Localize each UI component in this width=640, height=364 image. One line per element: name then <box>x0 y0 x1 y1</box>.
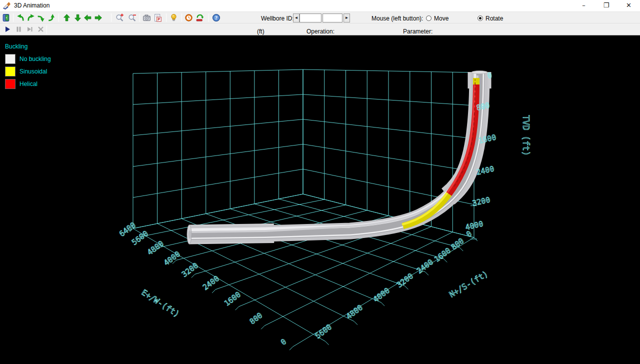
pan-up-icon[interactable] <box>62 14 71 22</box>
trajectory-3d-scene[interactable]: 0800160024003200400008001600240032004000… <box>0 36 640 364</box>
ns-tick-label: 4000 <box>372 286 392 304</box>
legend-label: Sinusoidal <box>20 68 47 75</box>
separator <box>166 14 166 22</box>
rotate-left-icon[interactable] <box>16 14 25 22</box>
legend-label: Helical <box>20 80 38 88</box>
ns-axis-title: N+/S-(ft) <box>448 269 490 300</box>
camera-snapshot-icon[interactable] <box>142 14 151 22</box>
wellhead-rim <box>472 71 488 74</box>
rotate-right-icon[interactable] <box>26 14 35 22</box>
radio-rotate-label[interactable]: Rotate <box>486 15 503 22</box>
zoom-in-icon[interactable] <box>116 14 124 22</box>
stop-icon[interactable] <box>37 26 44 33</box>
svg-text:?: ? <box>215 15 218 20</box>
grid-floor-line-ew <box>133 194 303 228</box>
legend-title: Buckling <box>5 43 51 50</box>
separator <box>182 14 182 22</box>
ew-tick-label: 5600 <box>130 229 150 247</box>
ew-tick-label: 2400 <box>201 274 221 292</box>
zoom-out-icon[interactable] <box>128 14 136 22</box>
ns-tick-label: 1600 <box>432 246 452 264</box>
legend-swatch <box>5 66 16 76</box>
ew-tick-label: 800 <box>248 311 264 326</box>
grid-left-wall-horizontal <box>133 70 303 74</box>
grid-left-wall-horizontal <box>133 94 303 104</box>
ns-tick <box>460 248 463 251</box>
operation-label: Operation: <box>306 28 334 35</box>
ns-tick <box>354 322 358 325</box>
drillstring-endcap <box>188 230 192 239</box>
radio-rotate[interactable] <box>478 16 483 21</box>
ns-tick <box>425 272 428 275</box>
legend-label: No buckling <box>20 56 51 62</box>
ew-tick <box>236 306 239 310</box>
legend-item: Sinusoidal <box>5 66 51 76</box>
separator <box>140 14 140 22</box>
main-toolbar: P ? Wellbore ID: ◄ ► Mouse (left button)… <box>0 12 640 24</box>
minimize-button[interactable]: – <box>572 0 595 12</box>
wellbore-id-input[interactable] <box>300 14 322 22</box>
ew-tick <box>290 346 293 350</box>
exit-icon[interactable] <box>2 14 10 22</box>
help-icon[interactable]: ? <box>212 14 220 22</box>
grid-left-wall-horizontal <box>133 169 303 198</box>
app-icon <box>2 2 11 10</box>
ew-tick-label: 0 <box>279 337 288 347</box>
separator <box>13 14 14 22</box>
wellbore-id-next-button[interactable]: ► <box>344 14 350 22</box>
buckling-legend: Buckling No bucklingSinusoidalHelical <box>5 43 51 92</box>
ew-tick-label: 4000 <box>162 250 182 268</box>
pause-icon[interactable] <box>15 26 22 33</box>
tvd-tick-label: 3200 <box>472 195 491 208</box>
svg-text:P: P <box>158 17 160 22</box>
export-powerpoint-icon[interactable]: P <box>154 14 162 22</box>
ew-tick-label: 3200 <box>180 261 200 279</box>
pan-down-icon[interactable] <box>74 14 82 22</box>
title-bar: 3D Animation – ❐ ✕ <box>0 0 640 12</box>
ns-tick-label: 5600 <box>314 322 334 340</box>
ns-tick-label: 4800 <box>344 303 364 321</box>
animation-toolbar: 10000.0 (ft) Operation: Drill Parameter:… <box>0 24 640 36</box>
depth-unit-label: (ft) <box>257 28 264 35</box>
ew-tick-label: 6400 <box>118 220 138 238</box>
maximize-button[interactable]: ❐ <box>595 0 618 12</box>
rotate-up-icon[interactable] <box>46 14 55 22</box>
separator <box>111 14 112 22</box>
ns-tick <box>381 302 384 306</box>
app-window: 3D Animation – ❐ ✕ <box>0 0 640 364</box>
ew-axis-title: E+/W-(ft) <box>140 288 181 319</box>
wellbore-id-label: Wellbore ID: <box>261 15 292 22</box>
reset-icon[interactable] <box>196 14 204 22</box>
wellbore-id-input-2[interactable] <box>322 14 342 22</box>
legend-swatch <box>5 79 16 89</box>
ns-tick-label: 3200 <box>395 272 415 290</box>
grid-left-wall-horizontal <box>133 144 303 166</box>
step-icon[interactable] <box>26 26 34 33</box>
play-icon[interactable] <box>4 26 12 33</box>
ew-tick-label: 1600 <box>222 290 242 308</box>
tvd-axis-title: TVD (ft) <box>521 115 531 156</box>
separator <box>46 26 47 34</box>
wellbore-id-prev-button[interactable]: ◄ <box>293 14 300 22</box>
rotate-down-icon[interactable] <box>36 14 45 22</box>
timer-icon[interactable] <box>184 14 193 22</box>
mouse-mode-label: Mouse (left button): <box>372 15 423 22</box>
close-button[interactable]: ✕ <box>618 0 640 12</box>
ns-tick-label: 2400 <box>415 258 435 276</box>
ns-tick-label: 800 <box>450 236 466 252</box>
radio-move[interactable] <box>426 16 432 21</box>
legend-swatch <box>5 54 16 64</box>
parameter-label: Parameter: <box>403 28 432 35</box>
lamp-icon[interactable] <box>170 14 178 22</box>
pan-right-icon[interactable] <box>94 14 102 22</box>
ns-tick <box>404 286 408 290</box>
ew-tick <box>192 274 195 278</box>
ns-tick <box>326 342 329 345</box>
pan-left-icon[interactable] <box>84 14 92 22</box>
ew-tick <box>261 326 264 329</box>
separator <box>58 14 59 22</box>
viewport-3d[interactable]: 0800160024003200400008001600240032004000… <box>0 36 640 364</box>
window-title: 3D Animation <box>14 2 50 9</box>
separator <box>208 14 209 22</box>
radio-move-label[interactable]: Move <box>434 15 448 22</box>
